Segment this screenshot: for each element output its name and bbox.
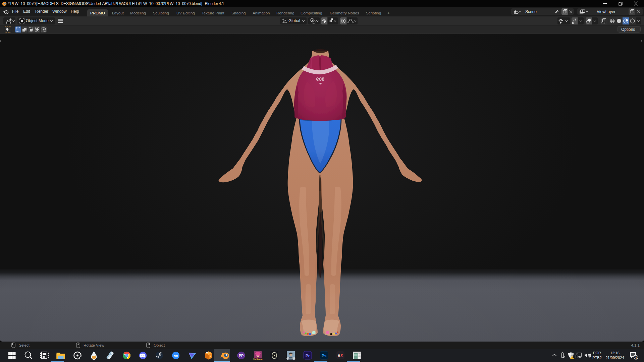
svg-text:Ps: Ps [322,354,327,358]
svg-text:A: A [337,354,340,358]
svg-text:PP: PP [239,354,244,358]
svg-text:809: 809 [316,76,324,82]
svg-text:zm: zm [173,354,178,358]
svg-text:BANG DREAM: BANG DREAM [286,358,296,360]
svg-text:4: 4 [635,356,637,359]
svg-text:Pr: Pr [306,354,310,358]
svg-text:Pae Browser: Pae Browser [253,358,263,360]
